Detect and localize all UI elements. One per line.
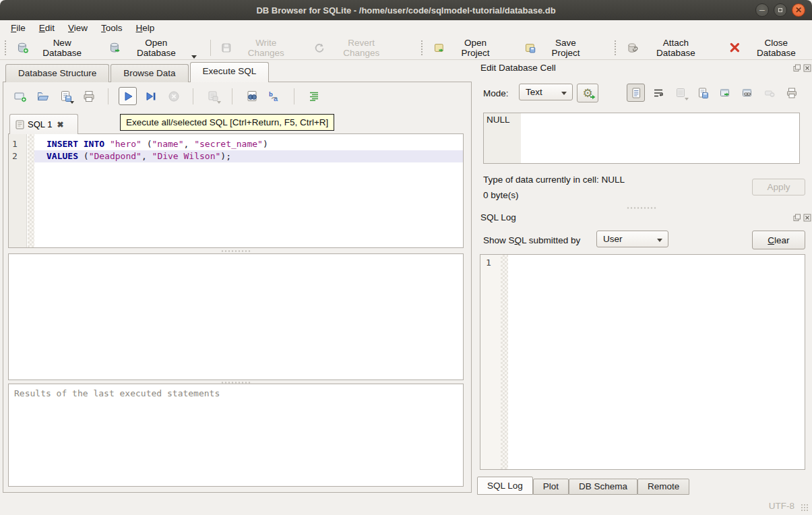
mode-select[interactable]: Text: [519, 84, 573, 100]
status-bar: UTF-8: [0, 495, 812, 515]
close-tab-icon[interactable]: ✖: [57, 120, 63, 129]
open-database-dropdown-caret[interactable]: [191, 55, 197, 59]
toolbar-grip[interactable]: [420, 40, 424, 56]
sql-log-filter-select[interactable]: User: [596, 231, 668, 247]
close-button[interactable]: ✕: [792, 3, 805, 17]
results-message-pane[interactable]: Results of the last executed statements: [8, 384, 464, 487]
cell-type-info: Type of data currently in cell: NULL: [483, 175, 625, 185]
sql-editor-tab[interactable]: SQL 1 ✖: [9, 114, 78, 134]
save-sql-file-button[interactable]: [57, 87, 75, 105]
resize-grip[interactable]: [801, 504, 809, 512]
sql-log-dock-buttons: [793, 214, 811, 222]
window-title: DB Browser for SQLite - /home/user/code/…: [256, 5, 555, 16]
cell-null-strip: NULL: [484, 113, 521, 163]
print-sql-button[interactable]: [80, 87, 98, 105]
save-project-button[interactable]: Save Project: [520, 35, 595, 61]
revert-changes-icon: [313, 42, 325, 54]
log-line-number: 1: [486, 258, 491, 268]
find-button[interactable]: [243, 87, 261, 105]
dock-tab-sql-log[interactable]: SQL Log: [477, 477, 533, 495]
close-panel-icon[interactable]: [803, 214, 811, 222]
open-file-icon: [36, 90, 50, 103]
new-sql-tab-button[interactable]: [11, 87, 29, 105]
sql-log-view[interactable]: 1: [480, 254, 805, 470]
float-panel-icon[interactable]: [793, 64, 801, 72]
open-sql-file-button[interactable]: [34, 87, 52, 105]
set-null-icon: [763, 87, 776, 99]
open-external-button[interactable]: [716, 84, 734, 102]
write-changes-button: Write Changes: [216, 35, 299, 61]
replace-icon: b a: [268, 90, 282, 103]
clear-log-button[interactable]: Clear: [752, 231, 805, 249]
menu-edit[interactable]: Edit: [32, 22, 61, 34]
sql-file-icon: [15, 120, 24, 129]
open-database-button[interactable]: Open Database: [105, 35, 192, 61]
execute-icon: [121, 90, 135, 103]
menu-view[interactable]: View: [61, 22, 94, 34]
toolbar-grip[interactable]: [614, 40, 617, 56]
log-line-number-gutter: 1: [480, 255, 501, 469]
menu-file[interactable]: File: [4, 22, 32, 34]
close-icon: ✕: [795, 6, 802, 14]
mode-label: Mode:: [483, 88, 509, 98]
dock-splitter-handle[interactable]: [627, 206, 656, 210]
new-database-button[interactable]: New Database: [13, 35, 96, 61]
format-sql-button[interactable]: [305, 87, 323, 105]
toolbar-grip[interactable]: [4, 40, 7, 56]
set-null-button: [760, 84, 778, 102]
word-wrap-icon: [652, 87, 664, 99]
print-cell-button[interactable]: [782, 84, 801, 102]
menu-help[interactable]: Help: [129, 22, 162, 34]
gear-arrow-icon: [590, 94, 596, 100]
dock-tab-db-schema[interactable]: DB Schema: [569, 479, 637, 495]
printer-icon: [786, 87, 798, 99]
splitter-handle[interactable]: [221, 249, 251, 253]
show-sql-label: Show SQL submitted by: [483, 235, 580, 245]
database-attach-icon: [627, 42, 639, 54]
dock-tab-plot[interactable]: Plot: [533, 479, 569, 495]
execute-line-icon: [144, 90, 158, 103]
stop-icon: [167, 90, 181, 103]
save-cell-icon: [697, 87, 709, 99]
main-tab-bar: Database Structure Browse Data Execute S…: [5, 62, 270, 82]
sql-log-title: SQL Log: [480, 212, 516, 222]
cell-value-editor[interactable]: NULL: [483, 113, 800, 164]
sql-toolbar-separator: [232, 88, 232, 104]
maximize-button[interactable]: [774, 3, 787, 17]
execute-tooltip: Execute all/selected SQL [Ctrl+Return, F…: [120, 114, 334, 131]
copy-link-button[interactable]: [738, 84, 756, 102]
save-file-dropdown-caret[interactable]: [70, 101, 74, 104]
text-mode-button[interactable]: [627, 84, 645, 102]
tab-execute-sql[interactable]: Execute SQL: [190, 62, 270, 82]
encoding-indicator: UTF-8: [769, 501, 794, 511]
execute-line-button[interactable]: [142, 87, 160, 105]
tab-browse-data[interactable]: Browse Data: [111, 64, 188, 82]
execute-all-button[interactable]: [119, 87, 137, 105]
database-close-icon: [729, 42, 741, 53]
code-area[interactable]: INSERT INTO "hero" ("name", "secret_name…: [34, 134, 463, 247]
sql-toolbar-separator: [294, 88, 294, 104]
format-lines-icon: [307, 90, 321, 103]
menu-tools[interactable]: Tools: [94, 22, 129, 34]
word-wrap-button[interactable]: [649, 84, 667, 102]
attach-database-button[interactable]: Attach Database: [623, 35, 713, 61]
tab-database-structure[interactable]: Database Structure: [5, 64, 109, 82]
replace-button[interactable]: b a: [266, 87, 284, 105]
import-cell-button: [671, 84, 689, 102]
sql-tab-label: SQL 1: [28, 119, 52, 129]
save-results-dropdown-caret: [217, 101, 221, 104]
minimize-button[interactable]: ─: [755, 3, 769, 17]
export-cell-button[interactable]: [693, 84, 712, 102]
edit-cell-title: Edit Database Cell: [480, 63, 556, 73]
svg-text:a: a: [274, 94, 278, 102]
sql-editor[interactable]: 1 2 INSERT INTO "hero" ("name", "secret_…: [8, 133, 464, 248]
project-save-icon: [524, 42, 536, 54]
auto-apply-button[interactable]: ⚙: [577, 84, 598, 102]
results-grid-pane: [8, 253, 464, 380]
float-panel-icon[interactable]: [793, 214, 801, 222]
close-panel-icon[interactable]: [803, 64, 811, 72]
open-project-button[interactable]: Open Project: [429, 35, 505, 61]
dock-tab-remote[interactable]: Remote: [637, 479, 689, 495]
close-database-button[interactable]: Close Database: [725, 35, 812, 61]
title-bar: DB Browser for SQLite - /home/user/code/…: [0, 0, 812, 20]
